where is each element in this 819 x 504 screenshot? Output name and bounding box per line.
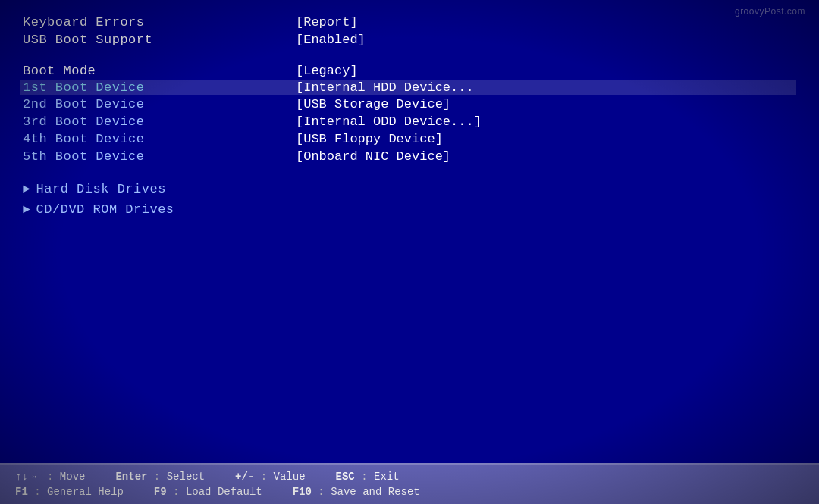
status-f9: F9 : Load Default bbox=[154, 486, 262, 498]
f9-desc: Load Default bbox=[186, 486, 262, 498]
status-f10: F10 : Save and Reset bbox=[293, 486, 420, 498]
cddvd-rom-drives-label: CD/DVD ROM Drives bbox=[36, 202, 174, 217]
status-value: +/- : Value bbox=[235, 471, 305, 483]
boot-device-2-label: 2nd Boot Device bbox=[23, 97, 265, 111]
boot-device-3-row[interactable]: 3rd Boot Device [Internal ODD Device...] bbox=[23, 113, 796, 130]
value-desc: Value bbox=[274, 471, 306, 483]
boot-device-1-row[interactable]: 1st Boot Device [Internal HDD Device... bbox=[20, 80, 796, 95]
bios-table: Keyboard Errors [Report] USB Boot Suppor… bbox=[23, 14, 796, 220]
gap-1 bbox=[23, 49, 796, 62]
boot-device-5-row[interactable]: 5th Boot Device [Onboard NIC Device] bbox=[23, 148, 796, 165]
f1-desc: General Help bbox=[47, 486, 124, 498]
move-key: ↑↓→← bbox=[15, 471, 41, 483]
move-desc: Move bbox=[60, 471, 86, 483]
f1-key: F1 bbox=[15, 486, 28, 498]
status-row-2: F1 : General Help F9 : Load Default F10 … bbox=[15, 486, 420, 498]
boot-device-5-label: 5th Boot Device bbox=[23, 149, 265, 164]
status-esc: ESC : Exit bbox=[336, 471, 400, 483]
boot-mode-row: Boot Mode [Legacy] bbox=[23, 62, 796, 80]
status-f1: F1 : General Help bbox=[15, 486, 124, 498]
main-content: groovyPost.com Keyboard Errors [Report] … bbox=[0, 0, 819, 463]
keyboard-errors-value: [Report] bbox=[265, 15, 796, 30]
hard-disk-drives-label: Hard Disk Drives bbox=[36, 182, 166, 196]
gap-2 bbox=[23, 165, 796, 179]
esc-key: ESC bbox=[336, 471, 355, 483]
f10-desc: Save and Reset bbox=[331, 486, 420, 498]
enter-key: Enter bbox=[115, 471, 147, 483]
boot-device-1-label: 1st Boot Device bbox=[23, 80, 265, 95]
status-enter: Enter : Select bbox=[115, 471, 205, 483]
boot-device-5-value: [Onboard NIC Device] bbox=[265, 149, 796, 164]
boot-mode-value: [Legacy] bbox=[265, 64, 796, 78]
usb-boot-support-row: USB Boot Support [Enabled] bbox=[23, 31, 796, 49]
keyboard-errors-label: Keyboard Errors bbox=[23, 15, 265, 30]
f10-key: F10 bbox=[293, 486, 312, 498]
watermark: groovyPost.com bbox=[735, 6, 805, 17]
boot-device-3-value: [Internal ODD Device...] bbox=[265, 114, 796, 129]
f9-key: F9 bbox=[154, 486, 167, 498]
arrow-icon-2: ► bbox=[23, 203, 30, 217]
enter-desc: Select bbox=[167, 471, 205, 483]
arrow-icon-1: ► bbox=[23, 183, 30, 196]
boot-device-4-row[interactable]: 4th Boot Device [USB Floppy Device] bbox=[23, 130, 796, 148]
boot-device-2-row[interactable]: 2nd Boot Device [USB Storage Device] bbox=[23, 95, 796, 113]
usb-boot-support-label: USB Boot Support bbox=[23, 33, 265, 47]
value-key: +/- bbox=[235, 471, 254, 483]
boot-device-4-value: [USB Floppy Device] bbox=[265, 132, 796, 146]
bios-screen: groovyPost.com Keyboard Errors [Report] … bbox=[0, 0, 819, 504]
boot-device-1-value: [Internal HDD Device... bbox=[265, 80, 793, 95]
usb-boot-support-value: [Enabled] bbox=[265, 33, 796, 47]
status-row-1: ↑↓→← : Move Enter : Select +/- : Value E… bbox=[15, 471, 400, 483]
boot-device-3-label: 3rd Boot Device bbox=[23, 114, 265, 129]
status-move: ↑↓→← : Move bbox=[15, 471, 85, 483]
esc-desc: Exit bbox=[374, 471, 400, 483]
status-bar: ↑↓→← : Move Enter : Select +/- : Value E… bbox=[0, 463, 819, 504]
hard-disk-drives-row[interactable]: ► Hard Disk Drives bbox=[23, 179, 796, 199]
boot-mode-label: Boot Mode bbox=[23, 64, 265, 78]
keyboard-errors-row: Keyboard Errors [Report] bbox=[23, 14, 796, 31]
boot-device-2-value: [USB Storage Device] bbox=[265, 97, 796, 111]
boot-device-4-label: 4th Boot Device bbox=[23, 132, 265, 146]
cddvd-rom-drives-row[interactable]: ► CD/DVD ROM Drives bbox=[23, 199, 796, 220]
